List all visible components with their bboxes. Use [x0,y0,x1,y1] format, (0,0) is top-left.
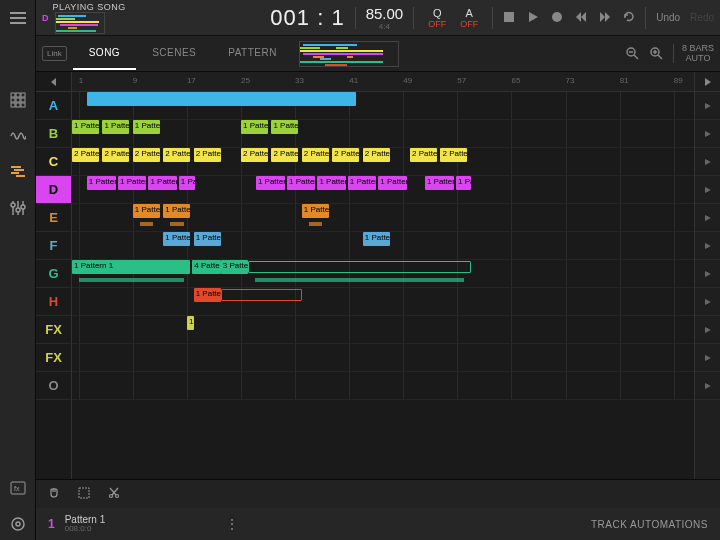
clip[interactable]: 1 Pattern 1 [194,288,221,302]
select-tool-icon[interactable] [78,487,90,501]
undo-button[interactable]: Undo [656,12,680,23]
track-row[interactable]: 1 Pattern 11 Pattern 11 Pattern 11 Patte… [72,176,694,204]
track-row[interactable]: 1 Pattern 11 Pattern 11 Pattern 1 [72,232,694,260]
tab-song[interactable]: SONG [73,37,136,70]
track-play-button[interactable] [695,120,720,148]
cut-tool-icon[interactable] [108,487,120,501]
track-play-button[interactable] [695,260,720,288]
fx-icon[interactable]: fx [8,478,28,498]
clip[interactable]: 1 Pattern 1 [133,120,160,134]
track-header-fx[interactable]: FX [36,316,71,344]
scroll-left-button[interactable] [36,72,71,92]
clip[interactable]: 1 Pattern 1 [163,232,190,246]
loop-button[interactable] [623,11,635,25]
track-play-button[interactable] [695,204,720,232]
rewind-button[interactable] [575,11,587,25]
track-header-e[interactable]: E [36,204,71,232]
clip[interactable]: 1 Pattern 1 [302,204,329,218]
stop-button[interactable] [503,11,515,25]
track-header-a[interactable]: A [36,92,71,120]
more-options-icon[interactable]: ⋮ [225,516,241,532]
clip[interactable]: 1 Pattern 1 [72,260,190,274]
track-row[interactable]: 1 Pattern 11 Pattern 11 Pattern 11 Patte… [72,120,694,148]
clip[interactable]: 1 Pattern 1 [363,232,390,246]
clip[interactable] [87,92,356,106]
clip[interactable]: 4 Patte [192,260,220,274]
track-header-g[interactable]: G [36,260,71,288]
clip[interactable]: 2 Pattern 2 [102,148,129,162]
zoom-out-icon[interactable] [625,46,639,62]
clip[interactable]: 1 Pattern 1 [118,176,146,190]
zoom-in-icon[interactable] [649,46,663,62]
clip[interactable]: 1 Pattern 1 [163,204,190,218]
track-play-button[interactable] [695,176,720,204]
clip[interactable]: 1 Pattern 1 [378,176,406,190]
clip[interactable]: 1 [187,316,194,330]
track-header-f[interactable]: F [36,232,71,260]
clip[interactable]: 1 Pattern 1 [87,176,116,190]
clip[interactable]: 2 Pattern 2 [440,148,467,162]
track-play-button[interactable] [695,344,720,372]
clip[interactable]: 1 Pattern 1 [456,176,471,190]
clip[interactable]: 1 Pattern 1 [241,120,268,134]
track-play-button[interactable] [695,288,720,316]
arranger-icon[interactable] [8,162,28,182]
clip[interactable]: 3 Pattern 3 [221,260,248,274]
song-overview[interactable] [299,41,399,67]
arrangement-grid[interactable]: 1917253341495765738189 1 Pattern 11 Patt… [72,72,694,479]
track-row[interactable] [72,92,694,120]
clip[interactable]: 2 Pattern 2 [241,148,268,162]
clip[interactable]: 1 Pattern 1 [287,176,315,190]
clip[interactable]: 1 Pattern 1 [102,120,129,134]
track-row[interactable]: 1 Pattern 14 Patte3 Pattern 3 [72,260,694,288]
track-header-c[interactable]: C [36,148,71,176]
clip[interactable]: 1 Pattern 1 [256,176,285,190]
clip[interactable]: 2 Pattern 2 [163,148,190,162]
clip[interactable]: 2 Pattern 2 [72,148,99,162]
clip[interactable]: 2 Pattern 2 [133,148,160,162]
wave-icon[interactable] [8,126,28,146]
track-row[interactable]: 1 Pattern 11 Pattern 11 Pattern 1 [72,204,694,232]
track-row[interactable] [72,344,694,372]
clip[interactable]: 1 Pattern 1 [425,176,454,190]
sliders-icon[interactable] [8,198,28,218]
clip[interactable]: 2 Pattern 2 [302,148,329,162]
clip[interactable]: 1 Pattern 1 [194,232,221,246]
track-header-o[interactable]: O [36,372,71,400]
track-header-b[interactable]: B [36,120,71,148]
clip[interactable]: 1 Pattern 1 [348,176,376,190]
track-row[interactable] [72,372,694,400]
auto-toggle[interactable]: A OFF [456,7,482,29]
clip[interactable]: 1 Pattern 1 [133,204,160,218]
track-play-button[interactable] [695,232,720,260]
play-button[interactable] [527,11,539,25]
track-header-d[interactable]: D [36,176,71,204]
clip[interactable]: 1 Pattern 1 [148,176,176,190]
tab-pattern[interactable]: PATTERN [212,37,293,70]
grid-icon[interactable] [8,90,28,110]
track-row[interactable]: 1 Pattern 1 [72,288,694,316]
clip[interactable]: 2 Pattern 2 [363,148,390,162]
track-play-button[interactable] [695,92,720,120]
time-ruler[interactable]: 1917253341495765738189 [72,72,694,92]
clip[interactable] [221,289,302,301]
track-play-button[interactable] [695,372,720,400]
track-play-button[interactable] [695,148,720,176]
track-header-h[interactable]: H [36,288,71,316]
clip[interactable]: 2 Pattern 2 [332,148,359,162]
grab-tool-icon[interactable] [48,487,60,501]
clip[interactable]: 2 Pattern 2 [410,148,437,162]
track-automations-button[interactable]: TRACK AUTOMATIONS [591,519,708,530]
record-button[interactable] [551,11,563,25]
bars-info[interactable]: 8 BARS AUTO [673,44,714,64]
track-header-fx[interactable]: FX [36,344,71,372]
tempo-display[interactable]: 85.00 4:4 [366,5,404,31]
clip[interactable] [248,261,471,273]
track-row[interactable]: 1 [72,316,694,344]
redo-button[interactable]: Redo [690,12,714,23]
tab-scenes[interactable]: SCENES [136,37,212,70]
track-row[interactable]: 2 Pattern 22 Pattern 22 Pattern 22 Patte… [72,148,694,176]
clip[interactable]: 1 Pattern 1 [179,176,195,190]
clip[interactable]: 1 Pattern 1 [72,120,99,134]
settings-icon[interactable] [8,514,28,534]
